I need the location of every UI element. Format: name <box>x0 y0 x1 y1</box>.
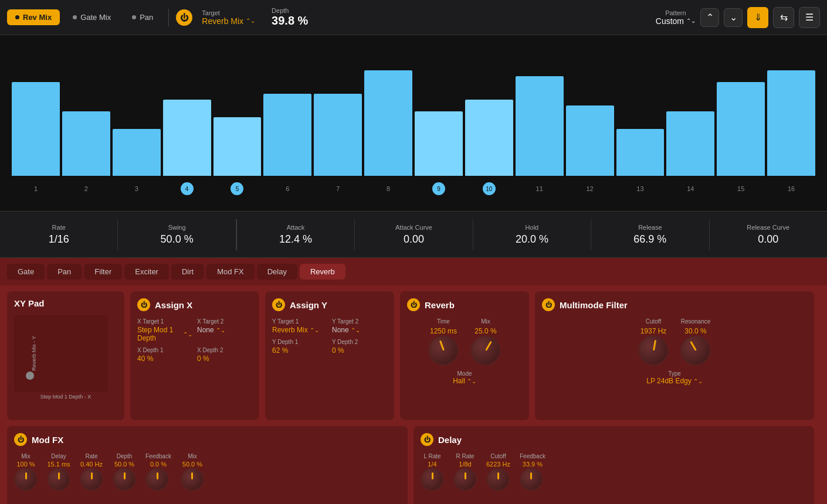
tab-revmix[interactable]: Rev Mix <box>7 9 60 25</box>
reverb-time-knob[interactable] <box>428 335 459 366</box>
x-target2-value[interactable]: None ⌃⌄ <box>197 326 252 334</box>
bar-14[interactable] <box>666 111 714 176</box>
bar-wrap-2[interactable] <box>62 111 110 176</box>
step-marker-9[interactable]: 9 <box>432 182 445 195</box>
depth-label: Depth <box>272 7 308 14</box>
bar-13[interactable] <box>616 129 665 176</box>
modfx-knob-row: Mix 100 % Delay 15.1 ms Rate 0.40 Hz Dep… <box>14 453 401 491</box>
filter-resonance-knob[interactable] <box>680 335 711 366</box>
modfx-feedback-value: 0.0 % <box>145 461 171 468</box>
bar-wrap-5[interactable] <box>213 117 262 176</box>
step-marker-4[interactable]: 4 <box>181 182 194 195</box>
xy-canvas[interactable]: Reverb Mix - Y <box>14 315 108 391</box>
bar-wrap-8[interactable] <box>364 70 412 176</box>
y-depth2-value: 0 % <box>332 346 387 355</box>
power-button[interactable]: ⏻ <box>176 9 192 26</box>
bar-wrap-3[interactable] <box>113 129 161 176</box>
x-target1-value[interactable]: Step Mod 1 Depth ⌃⌄ <box>137 326 192 342</box>
step-marker-5[interactable]: 5 <box>231 182 243 195</box>
settings-button[interactable]: ☰ <box>799 7 820 28</box>
depth-section: Depth 39.8 % <box>272 7 308 28</box>
step-label-8: 8 <box>364 182 412 195</box>
eff-tab-exciter[interactable]: Exciter <box>124 264 169 280</box>
bar-wrap-14[interactable] <box>666 111 714 176</box>
bar-10[interactable] <box>465 100 513 176</box>
nav-up-button[interactable]: ⌃ <box>700 8 719 27</box>
delay-feedback-knob[interactable] <box>520 468 543 491</box>
bar-3[interactable] <box>113 129 161 176</box>
modfx-depth-knob[interactable] <box>113 468 136 491</box>
filter-knob-row: Cutoff 1937 Hz Resonance 30.0 % <box>542 318 807 366</box>
assign-x-power[interactable]: ⏻ <box>137 298 150 311</box>
eff-tab-pan[interactable]: Pan <box>47 264 82 280</box>
tab-gatemix-label: Gate Mix <box>80 13 111 22</box>
bar-1[interactable] <box>12 82 60 176</box>
bar-wrap-7[interactable] <box>314 94 362 176</box>
import-button[interactable]: ⇓ <box>747 7 768 28</box>
modfx-mix-label: Mix <box>14 453 38 459</box>
swap-button[interactable]: ⇆ <box>773 7 794 28</box>
bar-wrap-16[interactable] <box>767 70 815 176</box>
bar-wrap-12[interactable] <box>566 105 614 176</box>
modfx-rate-knob[interactable] <box>80 468 103 491</box>
eff-tab-delay[interactable]: Delay <box>257 264 297 280</box>
reverb-panel: ⏻ Reverb Time 1250 ms Mix 25.0 % Mode H <box>400 291 529 420</box>
tab-gatemix[interactable]: Gate Mix <box>65 9 119 25</box>
delay-rrate-knob[interactable] <box>453 468 477 491</box>
bar-wrap-9[interactable] <box>415 111 463 176</box>
filter-cutoff-knob[interactable] <box>638 335 669 366</box>
modfx-mix-knob[interactable] <box>14 468 38 491</box>
bar-wrap-1[interactable] <box>12 82 60 176</box>
modfx-mix2-knob[interactable] <box>181 468 204 491</box>
filter-type-value[interactable]: LP 24dB Edgy ⌃⌄ <box>542 377 807 385</box>
delay-lrate-knob[interactable] <box>421 468 444 491</box>
eff-tab-filter[interactable]: Filter <box>84 264 122 280</box>
bar-wrap-4[interactable] <box>163 100 211 176</box>
delay-power[interactable]: ⏻ <box>421 433 433 446</box>
modfx-delay-knob[interactable] <box>47 468 70 491</box>
reverb-knob-row: Time 1250 ms Mix 25.0 % <box>407 318 522 366</box>
filter-power[interactable]: ⏻ <box>542 298 555 311</box>
bar-wrap-15[interactable] <box>717 82 765 176</box>
y-target1-label: Y Target 1 <box>272 318 327 325</box>
modfx-depth-value: 50.0 % <box>113 461 136 468</box>
release-curve-value: 0.00 <box>710 233 827 246</box>
bar-16[interactable] <box>767 70 815 176</box>
eff-tab-reverb[interactable]: Reverb <box>300 264 345 280</box>
target-label: Target <box>202 9 255 16</box>
bar-wrap-10[interactable] <box>465 100 513 176</box>
bar-7[interactable] <box>314 94 362 176</box>
bar-wrap-6[interactable] <box>263 94 311 176</box>
reverb-power[interactable]: ⏻ <box>407 298 420 311</box>
y-target1-value[interactable]: Reverb Mix ⌃⌄ <box>272 326 327 334</box>
nav-down-button[interactable]: ⌄ <box>724 8 743 27</box>
bar-4[interactable] <box>163 100 211 176</box>
bar-12[interactable] <box>566 105 614 176</box>
assign-y-power[interactable]: ⏻ <box>272 298 285 311</box>
y-target2-value[interactable]: None ⌃⌄ <box>332 326 387 334</box>
step-marker-10[interactable]: 10 <box>483 182 496 195</box>
eff-tab-mod-fx[interactable]: Mod FX <box>206 264 255 280</box>
eff-tab-dirt[interactable]: Dirt <box>171 264 204 280</box>
reverb-mode-label: Mode <box>407 370 522 377</box>
bar-wrap-13[interactable] <box>616 129 665 176</box>
bar-6[interactable] <box>263 94 311 176</box>
bar-11[interactable] <box>516 76 564 176</box>
y-depth1-value: 62 % <box>272 346 327 355</box>
bar-2[interactable] <box>62 111 110 176</box>
bar-9[interactable] <box>415 111 463 176</box>
bar-wrap-11[interactable] <box>516 76 564 176</box>
bar-15[interactable] <box>717 82 765 176</box>
modfx-feedback-knob[interactable] <box>145 468 169 491</box>
eff-tab-gate[interactable]: Gate <box>7 264 45 280</box>
tab-pan[interactable]: Pan <box>124 9 161 25</box>
attack-label: Attack <box>237 224 354 231</box>
bar-5[interactable] <box>213 117 262 176</box>
bar-8[interactable] <box>364 70 412 176</box>
filter-resonance-label: Resonance <box>680 318 711 325</box>
reverb-mix-knob[interactable] <box>470 335 501 366</box>
delay-cutoff-knob[interactable] <box>486 468 510 491</box>
rate-label: Rate <box>0 224 117 231</box>
modfx-power[interactable]: ⏻ <box>14 433 27 446</box>
reverb-mode-value[interactable]: Hall ⌃⌄ <box>407 377 522 385</box>
